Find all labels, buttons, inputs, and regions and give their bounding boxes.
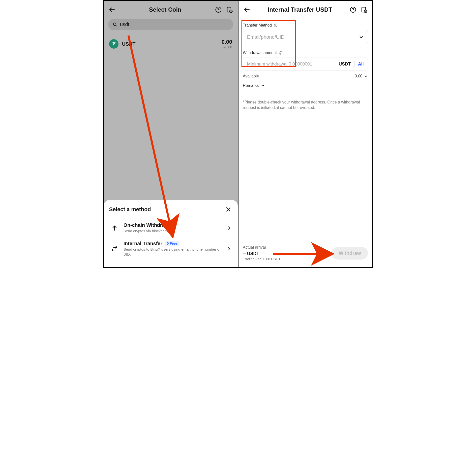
- amount-all-button[interactable]: All: [358, 62, 364, 67]
- field-placeholder: Email/phone/UID: [247, 34, 357, 40]
- form-area: Transfer Method Email/phone/UID Withdraw…: [238, 23, 373, 111]
- svg-line-13: [128, 35, 171, 227]
- arrow-up-icon: [110, 225, 119, 231]
- remarks-label: Remarks: [243, 83, 259, 88]
- available-row: Available 0.00: [243, 74, 368, 78]
- amount-placeholder: Minimum withdrawal 0.00000001: [247, 62, 335, 67]
- close-icon[interactable]: [224, 205, 232, 213]
- method-onchain[interactable]: On-chain Withdrawal Send cryptos via blo…: [109, 219, 232, 237]
- search-icon: [113, 22, 118, 27]
- back-icon[interactable]: [108, 6, 116, 14]
- available-value-wrap[interactable]: 0.00: [355, 74, 368, 78]
- svg-line-7: [116, 25, 117, 26]
- footer: Actual arrival -- USDT Trading Fee: 0.00…: [238, 241, 373, 267]
- history-icon[interactable]: [225, 6, 233, 14]
- available-label: Available: [243, 74, 259, 78]
- search-input[interactable]: [120, 22, 229, 27]
- svg-point-6: [113, 23, 116, 26]
- help-icon[interactable]: [214, 6, 222, 14]
- sheet-header: Select a method: [109, 205, 232, 213]
- warning-text: *Please double-check your withdrawal add…: [243, 100, 368, 111]
- actual-arrival-label: Actual arrival: [243, 245, 328, 250]
- withdraw-button[interactable]: Withdraw: [332, 247, 368, 260]
- method-text: Internal Transfer 0 Fees Send cryptos to…: [123, 241, 222, 257]
- chevron-down-icon: [364, 74, 368, 78]
- coin-balance: 0.00 ≈0.00: [222, 39, 232, 49]
- method-title-label: On-chain Withdrawal: [123, 222, 173, 228]
- zero-fees-badge: 0 Fees: [165, 241, 180, 246]
- search-box[interactable]: [108, 19, 233, 30]
- label-text: Withdrawal amount: [243, 51, 277, 55]
- footer-info: Actual arrival -- USDT Trading Fee: 0.00…: [243, 245, 328, 262]
- balance-sub: ≈0.00: [222, 45, 232, 49]
- tether-icon: ₮: [109, 39, 119, 49]
- swap-icon: [110, 245, 119, 252]
- coin-symbol: USDT: [122, 41, 135, 47]
- svg-point-16: [353, 11, 353, 11]
- chevron-right-icon: [227, 246, 231, 251]
- app-stage: Select Coin ₮ USDT 0.00 ≈0.00: [103, 0, 373, 268]
- chevron-down-icon: [359, 35, 364, 40]
- chevron-right-icon: [227, 226, 231, 230]
- svg-point-22: [276, 24, 276, 25]
- select-coin-screen: Select Coin ₮ USDT 0.00 ≈0.00: [104, 1, 238, 267]
- actual-arrival-amount: -- USDT: [243, 251, 328, 257]
- coin-row-usdt[interactable]: ₮ USDT 0.00 ≈0.00: [104, 35, 238, 53]
- history-icon[interactable]: [360, 6, 368, 14]
- page-title: Internal Transfer USDT: [254, 6, 346, 13]
- internal-transfer-screen: Internal Transfer USDT Transfer Method E…: [238, 1, 373, 267]
- withdrawal-amount-field[interactable]: Minimum withdrawal 0.00000001 USDT All: [243, 58, 368, 70]
- svg-point-25: [281, 52, 281, 52]
- page-title: Select Coin: [119, 6, 211, 13]
- method-desc: Send cryptos via blockchains.: [123, 229, 222, 234]
- method-title-label: Internal Transfer: [123, 241, 162, 246]
- balance-amount: 0.00: [222, 39, 232, 45]
- back-icon[interactable]: [243, 6, 251, 14]
- svg-point-2: [218, 11, 218, 11]
- divider: [238, 94, 373, 94]
- method-desc: Send cryptos to BingX users using email,…: [123, 247, 222, 257]
- help-icon[interactable]: [349, 6, 357, 14]
- remarks-row[interactable]: Remarks: [243, 83, 368, 88]
- left-header: Select Coin: [104, 1, 238, 19]
- trading-fee-line: Trading Fee: 0.00 USDT: [243, 257, 328, 262]
- info-icon[interactable]: [274, 23, 278, 27]
- right-header: Internal Transfer USDT: [238, 1, 373, 19]
- method-internal-transfer[interactable]: Internal Transfer 0 Fees Send cryptos to…: [109, 237, 232, 261]
- sheet-title: Select a method: [109, 206, 151, 213]
- transfer-method-field[interactable]: Email/phone/UID: [243, 30, 368, 44]
- method-text: On-chain Withdrawal Send cryptos via blo…: [123, 222, 222, 234]
- separator: [354, 61, 355, 67]
- chevron-down-icon: [261, 84, 265, 88]
- withdrawal-amount-label: Withdrawal amount: [243, 51, 368, 55]
- label-text: Transfer Method: [243, 23, 272, 28]
- transfer-method-label: Transfer Method: [243, 23, 368, 28]
- amount-unit: USDT: [339, 62, 351, 67]
- available-value: 0.00: [355, 74, 362, 78]
- info-icon[interactable]: [279, 51, 283, 55]
- method-sheet: Select a method On-chain Withdrawal Send…: [104, 200, 238, 267]
